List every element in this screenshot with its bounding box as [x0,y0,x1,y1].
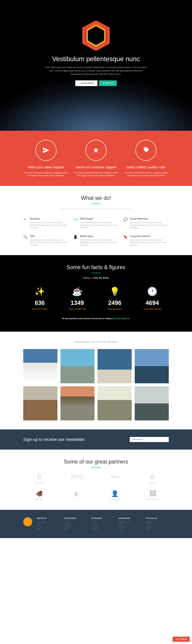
signup-button[interactable]: ➜SIGN UP [99,80,117,86]
service-text: Retro chillwave YOLO four loko photo boo… [80,221,119,229]
footer-column: NETWORKSInsightPromotionProductionPlanni… [91,517,114,530]
footer-heading: NETWORKS [91,517,114,519]
portfolio-item[interactable] [23,386,57,420]
heart-icon: ❤ [91,277,93,279]
partner-icon: ◐ [74,490,80,497]
footer-link[interactable]: Insight [91,521,114,523]
portfolio-section: We're awesome - see some of our work bel… [0,332,192,430]
footer-link[interactable]: Freebies [64,523,87,525]
footer-link[interactable]: Privacy [119,528,142,530]
service-title: Corporate Literture [130,235,169,238]
stat-item: 💡2496Ideas generated [98,286,131,310]
footer-link[interactable]: Register / Login [119,521,142,523]
portfolio-item[interactable] [23,349,57,383]
service-title: SEO [30,235,69,238]
service-text: Retro chillwave YOLO four loko photo boo… [30,239,69,246]
stat-number: 1349 [61,300,94,306]
footer-link[interactable]: Design [64,521,87,523]
service-text: Retro chillwave YOLO four loko photo boo… [130,239,169,246]
partner-item: 🐗GRUNT [23,490,55,501]
service-text: Retro chillwave YOLO four loko photo boo… [80,239,119,246]
portfolio-item[interactable] [60,349,95,383]
service-text: Retro chillwave YOLO four loko photo boo… [130,221,169,229]
footer-logo [23,517,32,526]
partner-item: 🅰ANGULARJS [137,490,169,501]
stat-number: 2496 [98,300,131,306]
partner-item: ◐ [61,490,93,501]
footer-link[interactable]: Planning [91,528,114,530]
search-icon: 🔍 [23,235,28,246]
portfolio-item[interactable] [135,386,169,420]
grunt-icon: 🐗 [35,490,43,497]
portfolio-item[interactable] [98,349,132,383]
learn-more-button[interactable]: ↓LEARN MORE [75,80,98,86]
service-item: ✎BrandingRetro chillwave YOLO four loko … [23,218,69,229]
footer-column: FOLLOW USFacebookTwitterYoutubeVimeo [146,517,169,530]
code-icon: </> [73,218,78,229]
coffee-icon: ☕ [61,286,94,296]
footer-column: ABOUT USDashboardFeedForumsRadio [37,517,60,530]
signin-icon: ➜ [102,82,104,84]
service-item: 💬Social MarketingRetro chillwave YOLO fo… [123,218,169,229]
footer-link[interactable]: Tutorials [64,526,87,528]
footer-link[interactable]: Coding [64,528,87,530]
facts-subtitle: YOU'LL ❤ HOW WE WORK [23,277,169,279]
footer-heading: FOLLOW US [146,517,169,519]
footer-link[interactable]: Twitter [146,523,169,525]
footer-link[interactable]: Production [91,526,114,528]
starter-kit-link[interactable]: Bootstrap Starter Kit [112,318,130,320]
facts-note: No dancing kittens were harmed in the pr… [23,318,169,320]
footer-heading: CATEGORIES [64,517,87,519]
footer-link[interactable]: Forums [37,526,60,528]
feature-title: Make your ideas happen [23,165,69,169]
partner-item: Sass [99,474,131,484]
hero-section: Vestibulum pellentesque nunc Proin ullam… [0,0,192,131]
footer-link[interactable]: Dashboard [37,521,60,523]
newsletter-section: Sign-up to receive our newsletter [0,430,192,450]
footer-link[interactable]: Radio [37,528,60,530]
footer-link[interactable]: Feed [37,523,60,525]
stat-item: ✨636Monsters created [23,286,56,310]
pencil-icon: ✎ [23,218,28,229]
portfolio-subtitle: We're awesome - see some of our work bel… [23,341,169,343]
portfolio-item[interactable] [98,386,132,420]
portfolio-item[interactable] [135,349,169,383]
whatwedo-section: What we do! WE OFFER THE FULL RANGE OF D… [0,186,192,255]
divider [91,467,101,468]
footer-link[interactable]: Jobs [119,523,142,525]
feature-text: Etsy ethnic actually hella OddFuture meg… [123,172,169,177]
divider [91,273,101,273]
partner-item: 👤YEOMAN [99,490,131,501]
footer: ABOUT USDashboardFeedForumsRadio CATEGOR… [0,510,192,538]
footer-link[interactable]: Facebook [146,521,169,523]
feature-item: Hand crafted, quality code Etsy ethnic a… [123,140,169,177]
feature-item: Make your ideas happen Etsy ethnic actua… [23,140,69,177]
service-text: Retro chillwave YOLO four loko photo boo… [30,221,69,229]
partner-item: ⚙jQuery [137,474,169,484]
facts-section: Some fun facts & figures YOU'LL ❤ HOW WE… [0,255,192,332]
footer-heading: ABOUT US [37,517,60,519]
features-section: Make your ideas happen Etsy ethnic actua… [0,131,192,186]
feature-title: Hands-on customer support [73,165,119,169]
footer-link[interactable]: Contacts [119,526,142,528]
email-input[interactable] [130,437,169,442]
footer-link[interactable]: Vimeo [146,528,169,530]
service-item: 🔖Corporate LitertureRetro chillwave YOLO… [123,235,169,246]
section-title: Some fun facts & figures [23,264,169,270]
newsletter-title: Sign-up to receive our newsletter [23,437,85,442]
jquery-icon: ⚙ [150,474,156,480]
partner-item: {less} [61,474,93,484]
feature-text: Etsy ethnic actually hella OddFuture meg… [23,172,69,177]
footer-column: CATEGORIESDesignFreebiesTutorialsCoding [64,517,87,530]
paper-plane-icon [35,140,56,161]
stat-item: 🕐4694Hours spent working [136,286,169,310]
footer-link[interactable]: Promotion [91,523,114,525]
portfolio-item[interactable] [60,386,95,420]
footer-link[interactable]: Youtube [146,526,169,528]
feature-text: Etsy ethnic actually hella OddFuture meg… [73,172,119,177]
mobile-icon: 📱 [73,235,78,246]
partner-item: BBootstrap [23,474,55,484]
bookmark-icon: 🔖 [123,235,128,246]
service-item: 📱Mobile AppsRetro chillwave YOLO four lo… [73,235,119,246]
svg-marker-2 [87,25,105,46]
